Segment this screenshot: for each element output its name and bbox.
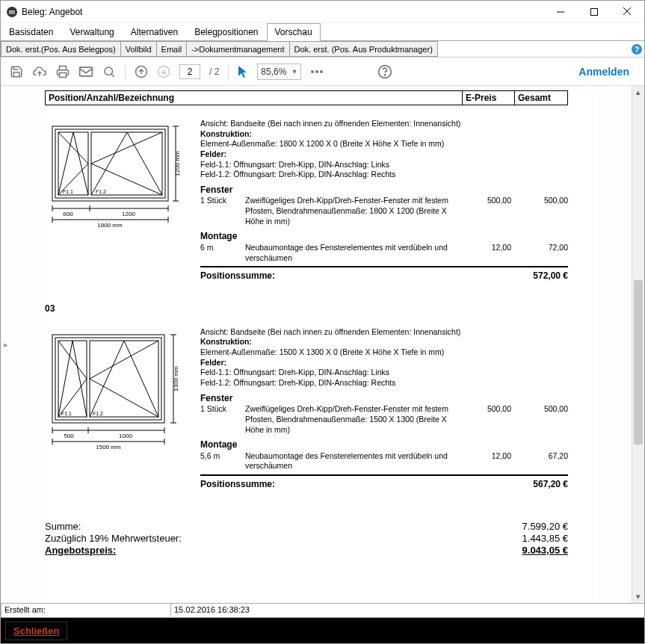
sum-label: Summe: bbox=[45, 521, 463, 532]
svg-text:1000: 1000 bbox=[119, 433, 132, 439]
search-icon[interactable] bbox=[102, 65, 116, 78]
svg-text:500: 500 bbox=[64, 433, 74, 439]
page-down-icon[interactable] bbox=[157, 65, 170, 78]
fenster-head: Fenster bbox=[200, 185, 568, 196]
tab-belegpositionen[interactable]: Belegpositionen bbox=[186, 23, 266, 40]
view-text: Ansicht: Bandseite (Bei nach innen zu öf… bbox=[200, 327, 568, 338]
svg-rect-22 bbox=[58, 132, 88, 195]
svg-text:1300 mm: 1300 mm bbox=[173, 366, 179, 391]
tab-vorschau[interactable]: Vorschau bbox=[267, 23, 321, 41]
montage-g: 72,00 bbox=[516, 243, 568, 263]
feld2: Feld-1.2: Öffnungsart: Dreh-Kipp, DIN-An… bbox=[200, 170, 568, 180]
table-header: Position/Anzahl/Bezeichnung E-Preis Gesa… bbox=[45, 90, 568, 105]
svg-text:1800 mm: 1800 mm bbox=[97, 222, 123, 229]
svg-rect-7 bbox=[60, 72, 67, 77]
pos-sum-label: Positionssumme: bbox=[200, 479, 478, 491]
status-value: 15.02.2016 16:38:23 bbox=[170, 604, 645, 618]
document-page: Position/Anzahl/Bezeichnung E-Preis Gesa… bbox=[45, 90, 598, 603]
col-position: Position/Anzahl/Bezeichnung bbox=[46, 91, 463, 105]
page-total: / 2 bbox=[209, 66, 219, 77]
mail-icon[interactable] bbox=[78, 66, 93, 78]
svg-line-53 bbox=[58, 341, 72, 417]
zoom-value: 85,6% bbox=[261, 66, 286, 77]
svg-rect-8 bbox=[80, 67, 93, 76]
svg-rect-47 bbox=[52, 335, 164, 423]
price-label: Angebotspreis: bbox=[45, 545, 463, 556]
svg-text:1500 mm: 1500 mm bbox=[96, 444, 121, 451]
svg-rect-50 bbox=[90, 341, 158, 417]
pos-sum-value: 567,20 € bbox=[478, 479, 568, 491]
statusbar: Erstellt am: 15.02.2016 16:38:23 bbox=[1, 603, 644, 618]
btn-dokumentmanagement[interactable]: ->Dokumentmanagement bbox=[186, 41, 289, 57]
zoom-select[interactable]: 85,6% ▼ bbox=[257, 64, 301, 80]
felder-label: Felder: bbox=[200, 149, 568, 160]
more-icon[interactable] bbox=[310, 69, 324, 74]
feld1: Feld-1.1: Öffnungsart: Dreh-Kipp, DIN-An… bbox=[200, 160, 568, 170]
montage-desc: Neubaumontage des Fensterelementes mit v… bbox=[245, 451, 454, 471]
scroll-thumb[interactable] bbox=[634, 280, 643, 445]
fenster-desc: Zweiflügeliges Dreh-Kipp/Dreh-Fenster-Fe… bbox=[245, 196, 454, 226]
svg-line-58 bbox=[124, 341, 158, 417]
field-label: F1.1 bbox=[63, 189, 73, 194]
position-block: F1.1 F1.2 500 1000 1500 mm 1300 mm Ansic… bbox=[45, 327, 568, 491]
position-block: F1.1 F1.2 600 1200 1800 mm 1200 mm Ansic… bbox=[45, 119, 568, 282]
montage-ep: 12,00 bbox=[459, 243, 511, 263]
btn-email[interactable]: Email bbox=[156, 41, 188, 57]
minimize-button[interactable] bbox=[543, 1, 577, 23]
position-number: 03 bbox=[45, 303, 568, 314]
svg-line-54 bbox=[72, 341, 87, 417]
svg-line-28 bbox=[91, 132, 162, 164]
cloud-upload-icon[interactable] bbox=[32, 65, 47, 78]
fenster-g: 500,00 bbox=[516, 196, 568, 226]
scroll-down-icon[interactable]: ▾ bbox=[632, 590, 644, 603]
close-button[interactable] bbox=[611, 1, 644, 23]
sum-value: 7.599,20 € bbox=[463, 521, 568, 532]
montage-qty: 6 m bbox=[200, 243, 241, 263]
felder-label: Felder: bbox=[200, 358, 568, 368]
svg-text:1200: 1200 bbox=[122, 211, 135, 217]
feld1: Feld-1.1: Öffnungsart: Dreh-Kipp, DIN-An… bbox=[200, 368, 568, 378]
svg-line-51 bbox=[58, 341, 87, 379]
btn-dok-belegpos[interactable]: Dok. erst.(Pos. Aus Belegpos) bbox=[1, 41, 121, 57]
pos-sum-label: Positionssumme: bbox=[200, 270, 478, 282]
montage-head: Montage bbox=[200, 231, 568, 243]
svg-line-31 bbox=[127, 132, 162, 195]
totals: Summe: 7.599,20 € Zuzüglich 19% Mehrwert… bbox=[45, 521, 568, 556]
print-icon[interactable] bbox=[56, 65, 70, 78]
tax-label: Zuzüglich 19% Mehrwertsteuer: bbox=[45, 533, 463, 544]
close-form-button[interactable]: Schließen bbox=[5, 622, 67, 640]
tab-alternativen[interactable]: Alternativen bbox=[123, 23, 186, 40]
svg-text:1200 mm: 1200 mm bbox=[174, 151, 181, 176]
vertical-scrollbar[interactable]: ▴ ▾ bbox=[632, 86, 644, 603]
tax-value: 1.443,85 € bbox=[463, 533, 568, 544]
fenster-ep: 500,00 bbox=[459, 196, 511, 226]
price-value: 9.043,05 € bbox=[463, 545, 568, 556]
btn-vollbild[interactable]: Vollbild bbox=[120, 41, 157, 57]
svg-point-9 bbox=[105, 67, 113, 75]
page-up-icon[interactable] bbox=[135, 65, 148, 78]
cursor-icon[interactable] bbox=[238, 65, 248, 78]
login-link[interactable]: Anmelden bbox=[578, 66, 635, 78]
svg-rect-48 bbox=[55, 338, 161, 420]
window-title: Beleg: Angebot bbox=[22, 7, 82, 17]
field-label: F1.2 bbox=[96, 189, 106, 194]
window-drawing: F1.1 F1.2 600 1200 1800 mm 1200 mm bbox=[45, 119, 187, 282]
help-icon[interactable]: ? bbox=[629, 41, 644, 57]
help-circle-icon[interactable] bbox=[377, 64, 392, 79]
maximize-button[interactable] bbox=[577, 1, 611, 23]
svg-rect-1 bbox=[590, 8, 597, 15]
fenster-head: Fenster bbox=[200, 393, 568, 405]
sub-toolbar: Dok. erst.(Pos. Aus Belegpos) Vollbild E… bbox=[1, 41, 644, 58]
page-input[interactable] bbox=[179, 64, 200, 79]
tab-verwaltung[interactable]: Verwaltung bbox=[61, 23, 122, 40]
svg-text:600: 600 bbox=[63, 211, 73, 217]
titlebar: m Beleg: Angebot bbox=[1, 1, 644, 23]
save-icon[interactable] bbox=[10, 65, 23, 78]
btn-dok-produktmanager[interactable]: Dok. erst. (Pos. Aus Produktmanager) bbox=[289, 41, 438, 57]
konstruktion-label: Konstruktion: bbox=[200, 129, 568, 140]
side-toggle-left[interactable]: ▸ bbox=[1, 86, 11, 603]
view-text: Ansicht: Bandseite (Bei nach innen zu öf… bbox=[200, 119, 568, 129]
scroll-up-icon[interactable]: ▴ bbox=[632, 86, 644, 99]
svg-text:?: ? bbox=[635, 45, 640, 54]
tab-basisdaten[interactable]: Basisdaten bbox=[1, 23, 61, 40]
